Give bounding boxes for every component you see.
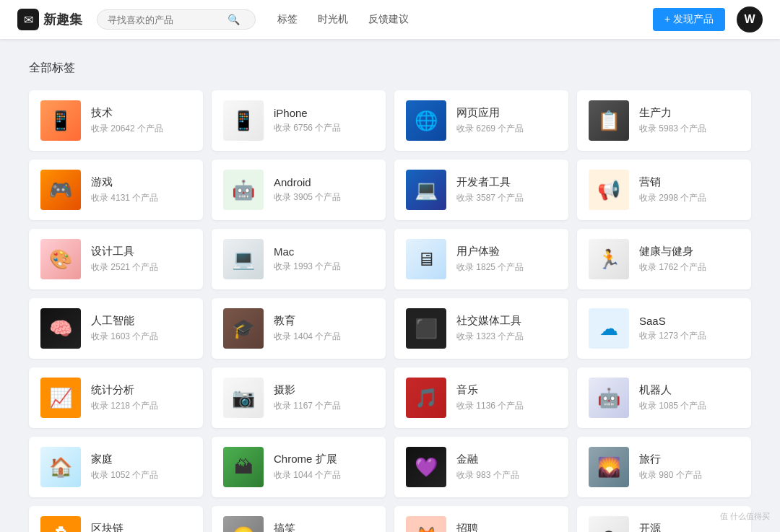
- tag-info-blockchain: 区块链收录 889 个产品: [91, 522, 154, 532]
- tag-info-ux: 用户体验收录 1825 个产品: [456, 245, 524, 274]
- tag-count-chrome: 收录 1044 个产品: [274, 469, 341, 481]
- avatar[interactable]: W: [737, 6, 763, 32]
- tag-name-stats: 统计分析: [91, 383, 158, 397]
- tag-card-family[interactable]: 🏠家庭收录 1052 个产品: [29, 437, 203, 497]
- tag-name-tech: 技术: [91, 106, 163, 120]
- tag-name-blockchain: 区块链: [91, 522, 154, 532]
- tag-info-opensource: 开源收录 632 个产品: [639, 522, 702, 532]
- page-title: 全部标签: [29, 61, 751, 76]
- tag-thumb-tech: 📱: [40, 100, 81, 141]
- search-icon[interactable]: 🔍: [228, 14, 240, 25]
- tag-info-health: 健康与健身收录 1762 个产品: [639, 245, 706, 274]
- tag-info-family: 家庭收录 1052 个产品: [91, 453, 158, 481]
- tag-thumb-recruit: 🦊: [406, 516, 446, 532]
- tag-thumb-ux: 🖥: [406, 239, 446, 279]
- tag-name-funny: 搞笑: [274, 522, 337, 532]
- nav-feedback[interactable]: 反馈建议: [368, 13, 409, 26]
- tag-card-android[interactable]: 🤖Android收录 3905 个产品: [212, 160, 386, 220]
- tag-card-photo[interactable]: 📷摄影收录 1167 个产品: [212, 367, 386, 428]
- tag-info-devtools: 开发者工具收录 3587 个产品: [456, 175, 524, 204]
- tag-card-game[interactable]: 🎮游戏收录 4131 个产品: [29, 160, 203, 220]
- tag-card-recruit[interactable]: 🦊招聘收录 680 个产品: [394, 506, 568, 532]
- tag-name-opensource: 开源: [639, 522, 702, 532]
- tag-thumb-devtools: 💻: [406, 170, 446, 210]
- tag-count-mac: 收录 1993 个产品: [274, 261, 341, 273]
- nav-tags[interactable]: 标签: [277, 13, 298, 26]
- tag-name-music: 音乐: [456, 383, 524, 397]
- tag-card-social[interactable]: ⬛社交媒体工具收录 1323 个产品: [394, 298, 568, 359]
- tag-card-blockchain[interactable]: ₿区块链收录 889 个产品: [29, 506, 203, 532]
- tag-info-saas: SaaS收录 1273 个产品: [639, 315, 706, 342]
- tag-thumb-iphone: 📱: [223, 100, 264, 141]
- tag-card-mac[interactable]: 💻Mac收录 1993 个产品: [212, 229, 386, 289]
- tag-card-ux[interactable]: 🖥用户体验收录 1825 个产品: [394, 229, 568, 289]
- logo-icon: ✉: [17, 9, 39, 30]
- logo[interactable]: ✉ 新趣集: [17, 9, 82, 30]
- tag-card-saas[interactable]: ☁SaaS收录 1273 个产品: [577, 298, 751, 359]
- tag-card-chrome[interactable]: 🏔Chrome 扩展收录 1044 个产品: [212, 437, 386, 497]
- tag-name-mac: Mac: [274, 245, 341, 258]
- nav: 标签 时光机 反馈建议: [277, 13, 653, 26]
- tag-count-education: 收录 1404 个产品: [274, 331, 341, 343]
- tag-count-marketing: 收录 2998 个产品: [639, 192, 706, 204]
- tag-name-health: 健康与健身: [639, 245, 706, 258]
- tag-card-design[interactable]: 🎨设计工具收录 2521 个产品: [29, 229, 203, 289]
- tag-card-devtools[interactable]: 💻开发者工具收录 3587 个产品: [394, 160, 568, 220]
- tag-info-recruit: 招聘收录 680 个产品: [456, 522, 519, 532]
- tag-card-tech[interactable]: 📱技术收录 20642 个产品: [29, 90, 203, 151]
- tag-name-recruit: 招聘: [456, 522, 519, 532]
- tag-card-funny[interactable]: 😄搞笑收录 764 个产品: [212, 506, 386, 532]
- tag-thumb-game: 🎮: [40, 170, 81, 210]
- tag-card-ai[interactable]: 🧠人工智能收录 1603 个产品: [29, 298, 203, 359]
- tag-info-productivity: 生产力收录 5983 个产品: [639, 106, 706, 135]
- tag-thumb-ai: 🧠: [40, 308, 81, 349]
- tag-thumb-health: 🏃: [589, 239, 629, 279]
- tag-name-social: 社交媒体工具: [456, 314, 524, 328]
- tag-thumb-blockchain: ₿: [40, 516, 81, 532]
- tag-count-design: 收录 2521 个产品: [91, 261, 158, 274]
- tag-count-iphone: 收录 6756 个产品: [274, 122, 341, 134]
- tag-thumb-travel: 🌄: [589, 447, 629, 487]
- tag-thumb-music: 🎵: [406, 378, 446, 418]
- tag-thumb-productivity: 📋: [589, 100, 629, 141]
- tag-count-music: 收录 1136 个产品: [456, 400, 524, 412]
- tag-card-finance[interactable]: 💜金融收录 983 个产品: [394, 437, 568, 497]
- search-box[interactable]: 🔍: [97, 9, 256, 30]
- tag-count-ux: 收录 1825 个产品: [456, 261, 524, 274]
- tag-thumb-chrome: 🏔: [223, 447, 264, 487]
- tag-info-design: 设计工具收录 2521 个产品: [91, 245, 158, 274]
- search-input[interactable]: [108, 14, 223, 25]
- tag-card-marketing[interactable]: 📢营销收录 2998 个产品: [577, 160, 751, 220]
- tag-info-web: 网页应用收录 6269 个产品: [456, 106, 524, 135]
- nav-timeline[interactable]: 时光机: [318, 13, 348, 26]
- tag-info-chrome: Chrome 扩展收录 1044 个产品: [274, 453, 341, 481]
- tag-card-health[interactable]: 🏃健康与健身收录 1762 个产品: [577, 229, 751, 289]
- tag-count-finance: 收录 983 个产品: [456, 469, 519, 481]
- tag-count-photo: 收录 1167 个产品: [274, 400, 341, 412]
- tag-card-robot[interactable]: 🤖机器人收录 1085 个产品: [577, 367, 751, 428]
- tag-name-productivity: 生产力: [639, 106, 706, 120]
- tag-count-productivity: 收录 5983 个产品: [639, 123, 706, 135]
- tag-count-saas: 收录 1273 个产品: [639, 330, 706, 342]
- tag-thumb-marketing: 📢: [589, 170, 629, 210]
- header-right: + 发现产品 W: [653, 6, 763, 32]
- tag-name-robot: 机器人: [639, 383, 706, 397]
- tag-card-travel[interactable]: 🌄旅行收录 980 个产品: [577, 437, 751, 497]
- tag-card-iphone[interactable]: 📱iPhone收录 6756 个产品: [212, 90, 386, 151]
- tag-thumb-android: 🤖: [223, 170, 264, 210]
- logo-text: 新趣集: [43, 11, 82, 28]
- discover-button[interactable]: + 发现产品: [653, 8, 725, 31]
- tag-info-ai: 人工智能收录 1603 个产品: [91, 314, 158, 343]
- tag-info-travel: 旅行收录 980 个产品: [639, 453, 702, 481]
- tag-card-productivity[interactable]: 📋生产力收录 5983 个产品: [577, 90, 751, 151]
- tag-info-iphone: iPhone收录 6756 个产品: [274, 107, 341, 134]
- tag-card-education[interactable]: 🎓教育收录 1404 个产品: [212, 298, 386, 359]
- tag-count-travel: 收录 980 个产品: [639, 469, 702, 481]
- tag-card-stats[interactable]: 📈统计分析收录 1218 个产品: [29, 367, 203, 428]
- tag-card-opensource[interactable]: ⊙开源收录 632 个产品: [577, 506, 751, 532]
- tag-name-photo: 摄影: [274, 383, 341, 397]
- tag-name-game: 游戏: [91, 175, 158, 189]
- tag-card-music[interactable]: 🎵音乐收录 1136 个产品: [394, 367, 568, 428]
- header: ✉ 新趣集 🔍 标签 时光机 反馈建议 + 发现产品 W: [0, 0, 780, 39]
- tag-card-web[interactable]: 🌐网页应用收录 6269 个产品: [394, 90, 568, 151]
